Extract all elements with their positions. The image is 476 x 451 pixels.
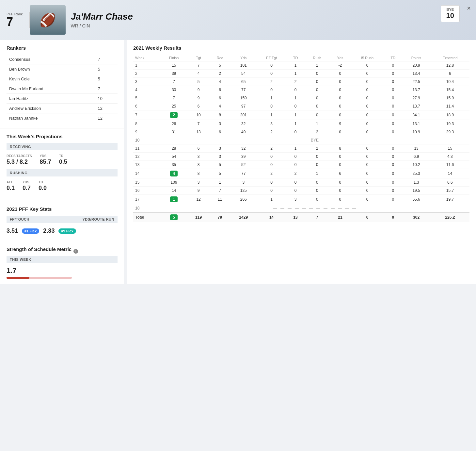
week-cell: 9 — [133, 128, 160, 136]
i5-rush-cell: 0 — [351, 153, 384, 161]
info-icon[interactable]: i — [73, 249, 78, 254]
recs-targets-value: 5.3 / 8.2 — [7, 159, 32, 165]
yds-value: 85.7 — [40, 159, 51, 165]
finish-cell: 2 — [160, 110, 188, 120]
ranker-name: Consensus — [7, 55, 95, 64]
i5-rush-cell: 0 — [351, 61, 384, 70]
results-row: 826733231190013.119.3 — [133, 120, 469, 128]
finish-badge: 5 — [170, 214, 178, 220]
results-row: 625649700000013.711.4 — [133, 102, 469, 110]
rec-cell: 5 — [209, 161, 230, 169]
yds-cell: 32 — [230, 120, 257, 128]
td-value: 0.5 — [59, 159, 67, 165]
tgt-cell: 4 — [188, 70, 209, 78]
td-cell: 1 — [287, 70, 305, 78]
rush-yds-stat: YDS 0.7 — [23, 180, 31, 192]
expected-cell: 15.7 — [431, 187, 469, 195]
rush-cell: 0 — [305, 187, 330, 195]
rush-td-cell: 0 — [384, 120, 402, 128]
yds-cell: 125 — [230, 187, 257, 195]
td-cell: 2 — [287, 78, 305, 86]
rush-cell: 0 — [305, 110, 330, 120]
ez-tgt-cell: 0 — [257, 86, 287, 94]
yds-cell: 266 — [230, 195, 257, 204]
week-cell: 14 — [133, 169, 160, 178]
rush-cell: 0 — [305, 86, 330, 94]
rush-yds-cell: 0 — [330, 70, 351, 78]
rankers-table: Consensus7Ben Brown5Kevin Cole5Dwain Mc … — [7, 55, 118, 123]
rush-cell: 0 — [305, 78, 330, 86]
i5-rush-cell: 0 — [351, 86, 384, 94]
metric-bar-fill — [7, 277, 29, 279]
ranker-rank: 5 — [95, 74, 118, 84]
td-cell: 0 — [287, 86, 305, 94]
ranker-name: Andrew Erickson — [7, 104, 95, 113]
yds-label: YDS — [40, 154, 51, 158]
ez-tgt-cell: 0 — [257, 187, 287, 195]
rush-yds-value: 0.7 — [23, 185, 31, 192]
yds-cell: 101 — [230, 61, 257, 70]
points-cell: 27.9 — [402, 94, 431, 102]
td-cell: 1 — [287, 144, 305, 153]
rush-yds-cell: 21 — [330, 212, 351, 222]
rec-cell: 8 — [209, 110, 230, 120]
rush-cell: 0 — [305, 178, 330, 187]
expected-cell: 10.4 — [431, 78, 469, 86]
rush-yds-cell: 0 — [330, 86, 351, 94]
week-cell: 11 — [133, 144, 160, 153]
results-col-header: Finish — [160, 55, 188, 61]
rush-yds-cell: 6 — [330, 169, 351, 178]
i5-rush-cell: 0 — [351, 128, 384, 136]
ez-tgt-cell: 0 — [257, 61, 287, 70]
tgt-cell: 3 — [188, 178, 209, 187]
i5-rush-cell: 0 — [351, 102, 384, 110]
rush-td-cell: 0 — [384, 94, 402, 102]
yds-cell: 1429 — [230, 212, 257, 222]
week-cell: 4 — [133, 86, 160, 94]
finish-badge: 2 — [170, 112, 178, 118]
tgt-cell: 3 — [188, 153, 209, 161]
points-cell: 20.9 — [402, 61, 431, 70]
yds-route-badge: #9 Flex — [58, 228, 76, 234]
main-layout: Rankers Consensus7Ben Brown5Kevin Cole5D… — [0, 40, 476, 284]
ranker-row: Andrew Erickson12 — [7, 104, 118, 113]
points-cell: 55.6 — [402, 195, 431, 204]
recs-targets-stat: RECS/TARGETS 5.3 / 8.2 — [7, 154, 32, 165]
week-cell: 18 — [133, 204, 160, 213]
metric-bar-bg — [7, 277, 72, 279]
points-cell: 25.3 — [402, 169, 431, 178]
td-cell: 0 — [287, 178, 305, 187]
rushing-stats: ATT 0.1 YDS 0.7 TD 0.0 — [7, 179, 118, 195]
rush-td-label: TD — [39, 180, 47, 184]
finish-cell: 30 — [160, 86, 188, 94]
rush-td-cell: 0 — [384, 102, 402, 110]
tgt-cell: 9 — [188, 86, 209, 94]
close-button[interactable]: × — [467, 5, 471, 12]
tgt-cell: 5 — [188, 78, 209, 86]
i5-rush-cell: 0 — [351, 169, 384, 178]
rank-number: 7 — [7, 16, 23, 28]
ranker-row: Dwain Mc Farland7 — [7, 84, 118, 94]
rush-yds-cell: 0 — [330, 195, 351, 204]
rush-yds-cell: 0 — [330, 128, 351, 136]
rush-yds-cell: 0 — [330, 102, 351, 110]
rec-cell: 6 — [209, 128, 230, 136]
ez-tgt-cell: 2 — [257, 78, 287, 86]
tgt-cell: 7 — [188, 61, 209, 70]
finish-cell: 7 — [160, 78, 188, 86]
results-col-header: Points — [402, 55, 431, 61]
td-cell: 0 — [287, 128, 305, 136]
results-col-header: Week — [133, 55, 160, 61]
player-position: WR / CIN — [71, 23, 133, 28]
results-row: 430967700000013.715.4 — [133, 86, 469, 94]
rush-td-value: 0.0 — [39, 185, 47, 192]
week-cell: Total — [133, 212, 160, 222]
expected-cell: 11.4 — [431, 102, 469, 110]
tgt-cell: 9 — [188, 94, 209, 102]
yds-cell: 52 — [230, 161, 257, 169]
rush-cell: 0 — [305, 102, 330, 110]
i5-rush-cell: 0 — [351, 70, 384, 78]
ranker-rank: 5 — [95, 64, 118, 74]
finish-cell: 1 — [160, 195, 188, 204]
rush-yds-cell: 0 — [330, 110, 351, 120]
